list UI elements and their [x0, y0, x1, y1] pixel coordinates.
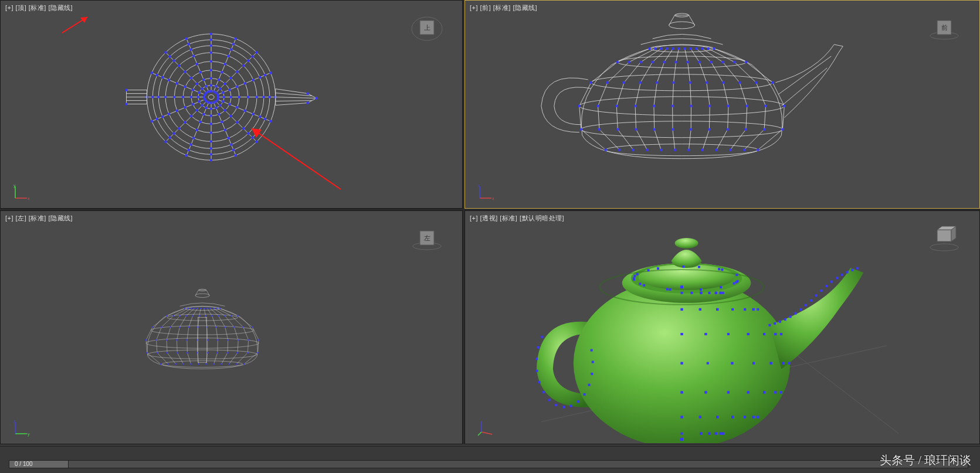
svg-rect-216 — [623, 81, 625, 84]
svg-rect-543 — [536, 370, 538, 372]
viewport-menu-mode[interactable]: [标准] — [29, 4, 46, 11]
svg-rect-220 — [666, 47, 669, 50]
svg-rect-212 — [598, 128, 601, 131]
svg-rect-428 — [681, 333, 683, 335]
svg-rect-136 — [210, 45, 212, 47]
svg-rect-52 — [213, 101, 215, 104]
viewport-perspective[interactable]: [+] [透视] [标准] [默认明暗处理] — [464, 210, 980, 444]
svg-rect-267 — [743, 149, 745, 151]
viewport-menu-mode[interactable]: [标准] — [29, 215, 46, 222]
svg-rect-264 — [755, 81, 757, 84]
svg-rect-513 — [768, 324, 771, 326]
viewport-menu-plus[interactable]: [+] — [5, 4, 13, 11]
svg-rect-29 — [236, 106, 238, 108]
svg-rect-59 — [210, 122, 212, 125]
svg-rect-80 — [196, 109, 198, 111]
view-cube[interactable]: 左 — [409, 223, 445, 252]
svg-rect-124 — [185, 38, 188, 40]
svg-rect-514 — [774, 322, 776, 325]
svg-rect-215 — [640, 61, 642, 63]
svg-rect-89 — [184, 106, 186, 108]
svg-text:x: x — [28, 196, 30, 200]
svg-rect-122 — [205, 92, 208, 94]
view-cube[interactable]: 前 — [927, 12, 962, 42]
svg-rect-414 — [699, 308, 701, 311]
svg-rect-531 — [591, 349, 593, 352]
viewport-top[interactable]: [+] [顶] [标准] [隐藏线] 上 — [0, 0, 463, 209]
svg-rect-41 — [219, 104, 222, 107]
svg-rect-149 — [221, 71, 223, 73]
svg-rect-501 — [633, 277, 635, 280]
svg-rect-91 — [198, 100, 201, 103]
viewport-left[interactable]: [+] [左] [标准] [隐藏线] 左 — [0, 210, 463, 444]
svg-rect-170 — [228, 89, 230, 91]
svg-rect-227 — [663, 61, 666, 63]
svg-rect-26 — [259, 115, 261, 118]
viewport-menu-plus[interactable]: [+] — [5, 215, 13, 222]
svg-rect-415 — [681, 308, 683, 311]
svg-text:z: z — [13, 419, 16, 423]
viewport-menu-shading[interactable]: [隐藏线] — [513, 4, 537, 11]
svg-rect-109 — [184, 86, 186, 88]
svg-rect-497 — [735, 274, 738, 276]
svg-rect-135 — [210, 39, 212, 41]
svg-rect-511 — [721, 268, 723, 271]
viewport-menu-shading[interactable]: [默认明暗处理] — [520, 215, 564, 222]
svg-rect-70 — [202, 113, 205, 115]
svg-rect-203 — [616, 61, 619, 63]
svg-rect-90 — [192, 103, 194, 106]
svg-rect-142 — [210, 90, 212, 93]
viewport-front[interactable]: [+] [前] [标准] [隐藏线] 前 — [464, 0, 980, 209]
svg-point-196 — [650, 45, 714, 52]
svg-rect-292 — [167, 315, 168, 317]
view-cube[interactable]: 上 — [409, 12, 445, 42]
svg-rect-539 — [555, 404, 557, 406]
viewport-menu-view[interactable]: [左] — [16, 215, 27, 222]
svg-rect-138 — [210, 60, 212, 63]
svg-point-288 — [146, 338, 259, 349]
svg-rect-500 — [633, 275, 636, 277]
svg-point-198 — [591, 74, 773, 91]
svg-rect-60 — [210, 115, 212, 117]
svg-rect-104 — [151, 72, 153, 74]
viewport-menu-mode[interactable]: [标准] — [500, 215, 517, 222]
svg-rect-424 — [774, 333, 776, 335]
viewport-menu-view[interactable]: [顶] — [16, 4, 27, 11]
svg-rect-510 — [733, 282, 735, 284]
svg-rect-266 — [763, 128, 765, 131]
svg-rect-270 — [771, 81, 774, 84]
viewport-menu-view[interactable]: [前] — [480, 4, 491, 11]
view-cube[interactable] — [927, 223, 962, 252]
svg-rect-172 — [216, 94, 219, 96]
svg-rect-221 — [652, 61, 654, 63]
svg-rect-476 — [722, 433, 724, 435]
viewport-menu-mode[interactable]: [标准] — [493, 4, 511, 11]
svg-rect-48 — [224, 129, 226, 131]
svg-text:前: 前 — [941, 24, 948, 31]
svg-rect-469 — [681, 416, 683, 418]
svg-rect-464 — [752, 416, 755, 418]
svg-rect-395 — [690, 292, 693, 294]
svg-rect-86 — [161, 115, 164, 118]
svg-rect-225 — [646, 149, 649, 151]
svg-point-380 — [675, 238, 698, 249]
axis-gizmo — [477, 419, 494, 437]
viewport-menu-view[interactable]: [透视] — [480, 215, 498, 222]
svg-rect-30 — [228, 103, 230, 106]
viewport-menu-shading[interactable]: [隐藏线] — [48, 215, 73, 222]
timeline-track[interactable] — [9, 460, 968, 468]
svg-rect-315 — [197, 308, 198, 309]
svg-rect-46 — [230, 144, 232, 146]
svg-rect-234 — [672, 81, 674, 84]
svg-rect-244 — [690, 47, 692, 50]
svg-rect-152 — [213, 90, 215, 93]
svg-rect-184 — [307, 102, 309, 104]
annotation-arrow — [247, 124, 347, 194]
viewport-menu-shading[interactable]: [隐藏线] — [48, 4, 73, 11]
svg-rect-151 — [215, 85, 217, 87]
viewport-menu-plus[interactable]: [+] — [470, 4, 478, 11]
viewport-menu-plus[interactable]: [+] — [470, 215, 478, 222]
svg-rect-102 — [203, 96, 205, 98]
svg-rect-397 — [708, 292, 710, 294]
svg-rect-534 — [588, 384, 590, 386]
